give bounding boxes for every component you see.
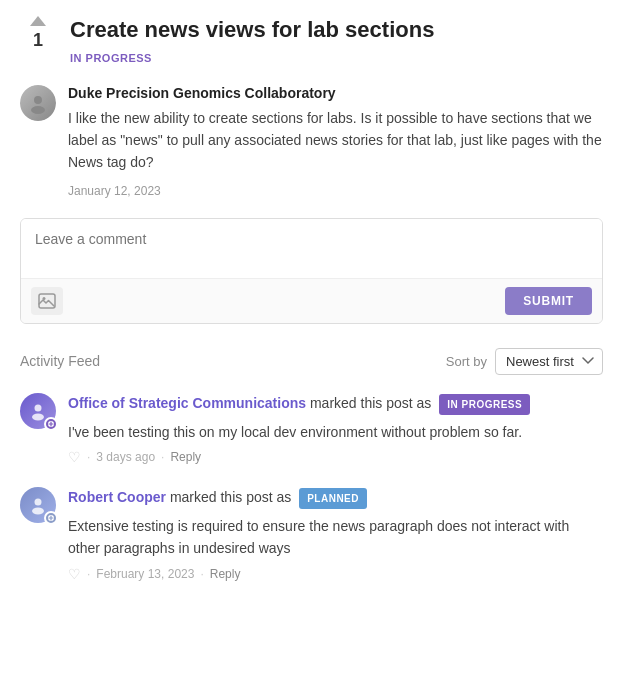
comment-toolbar: SUBMIT: [21, 278, 602, 323]
activity-time-2: February 13, 2023: [96, 567, 194, 581]
svg-point-1: [31, 106, 45, 114]
reply-link-2[interactable]: Reply: [210, 567, 241, 581]
image-upload-button[interactable]: [31, 287, 63, 315]
post-body: I like the new ability to create section…: [68, 107, 603, 174]
post-date: January 12, 2023: [68, 184, 161, 198]
vote-box[interactable]: 1: [20, 16, 56, 51]
activity-author-2: Robert Cooper: [68, 489, 166, 505]
activity-action-2: marked this post as: [170, 489, 291, 505]
comment-box: SUBMIT: [20, 218, 603, 324]
svg-point-0: [34, 96, 42, 104]
post-title: Create news views for lab sections: [70, 16, 434, 45]
poster-name: Duke Precision Genomics Collaboratory: [68, 85, 603, 101]
original-post: Duke Precision Genomics Collaboratory I …: [20, 85, 603, 198]
avatar: [20, 85, 56, 121]
activity-item: Office of Strategic Communications marke…: [20, 393, 603, 465]
heart-icon-2[interactable]: ♡: [68, 566, 81, 582]
avatar-badge-plus-icon: [44, 511, 58, 525]
activity-feed-label: Activity Feed: [20, 353, 100, 369]
activity-body-2: Extensive testing is required to ensure …: [68, 515, 603, 560]
sort-by-label: Sort by: [446, 354, 487, 369]
activity-line-1: Office of Strategic Communications marke…: [68, 393, 603, 415]
activity-item-2: Robert Cooper marked this post as PLANNE…: [20, 487, 603, 582]
activity-body-1: I've been testing this on my local dev e…: [68, 421, 603, 443]
in-progress-badge: IN PROGRESS: [439, 394, 530, 415]
activity-content-2: Robert Cooper marked this post as PLANNE…: [68, 487, 603, 582]
author-avatar: [20, 85, 56, 121]
planned-badge: PLANNED: [299, 488, 367, 509]
sort-select[interactable]: Newest first Oldest first: [495, 348, 603, 375]
activity-meta-1: ♡ · 3 days ago · Reply: [68, 449, 603, 465]
heart-icon[interactable]: ♡: [68, 449, 81, 465]
vote-count: 1: [33, 30, 43, 51]
svg-point-5: [32, 413, 44, 420]
activity-meta-2: ♡ · February 13, 2023 · Reply: [68, 566, 603, 582]
activity-avatar-osc: [20, 393, 56, 429]
post-content: Duke Precision Genomics Collaboratory I …: [68, 85, 603, 198]
post-header: 1 Create news views for lab sections IN …: [20, 16, 603, 65]
title-area: Create news views for lab sections IN PR…: [70, 16, 434, 65]
sort-area: Sort by Newest first Oldest first: [446, 348, 603, 375]
activity-action-1: marked this post as: [310, 395, 431, 411]
reply-link-1[interactable]: Reply: [170, 450, 201, 464]
comment-input[interactable]: [21, 219, 602, 275]
activity-avatar-rc: [20, 487, 56, 523]
activity-time-1: 3 days ago: [96, 450, 155, 464]
activity-line-2: Robert Cooper marked this post as PLANNE…: [68, 487, 603, 509]
avatar-badge-icon: [44, 417, 58, 431]
svg-point-8: [32, 507, 44, 514]
submit-button[interactable]: SUBMIT: [505, 287, 592, 315]
status-badge: IN PROGRESS: [70, 52, 152, 64]
svg-point-4: [35, 404, 42, 411]
activity-author-1: Office of Strategic Communications: [68, 395, 306, 411]
upvote-arrow-icon[interactable]: [30, 16, 46, 26]
activity-content-1: Office of Strategic Communications marke…: [68, 393, 603, 465]
activity-feed-header: Activity Feed Sort by Newest first Oldes…: [20, 348, 603, 375]
svg-point-7: [35, 498, 42, 505]
